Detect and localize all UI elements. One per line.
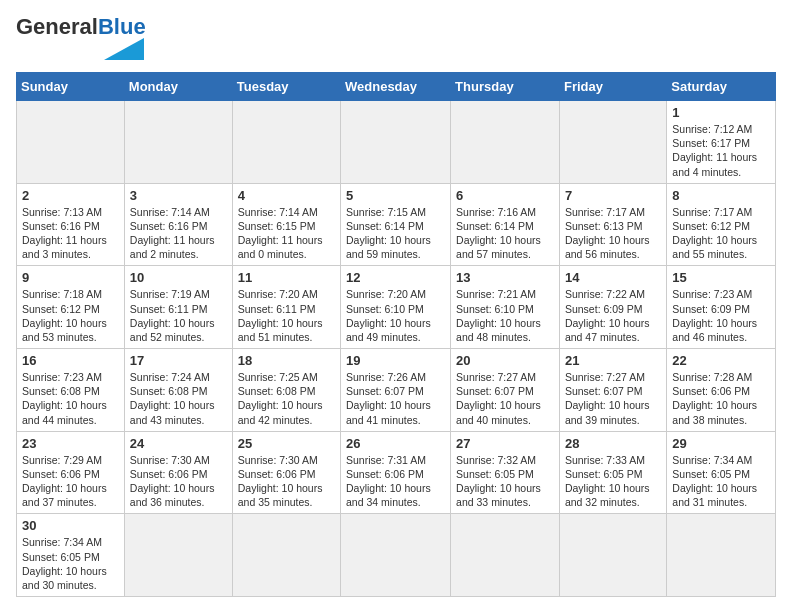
day-number: 16 [22,353,119,368]
day-info: Sunrise: 7:14 AM Sunset: 6:15 PM Dayligh… [238,205,335,262]
day-info: Sunrise: 7:30 AM Sunset: 6:06 PM Dayligh… [238,453,335,510]
day-info: Sunrise: 7:17 AM Sunset: 6:12 PM Dayligh… [672,205,770,262]
day-cell: 12Sunrise: 7:20 AM Sunset: 6:10 PM Dayli… [341,266,451,349]
day-cell: 5Sunrise: 7:15 AM Sunset: 6:14 PM Daylig… [341,183,451,266]
day-number: 27 [456,436,554,451]
day-info: Sunrise: 7:21 AM Sunset: 6:10 PM Dayligh… [456,287,554,344]
day-info: Sunrise: 7:33 AM Sunset: 6:05 PM Dayligh… [565,453,661,510]
day-cell [559,101,666,184]
day-cell: 21Sunrise: 7:27 AM Sunset: 6:07 PM Dayli… [559,349,666,432]
day-info: Sunrise: 7:24 AM Sunset: 6:08 PM Dayligh… [130,370,227,427]
day-cell [451,514,560,597]
day-info: Sunrise: 7:15 AM Sunset: 6:14 PM Dayligh… [346,205,445,262]
day-cell: 30Sunrise: 7:34 AM Sunset: 6:05 PM Dayli… [17,514,125,597]
day-cell [451,101,560,184]
day-cell: 19Sunrise: 7:26 AM Sunset: 6:07 PM Dayli… [341,349,451,432]
week-row-1: 1Sunrise: 7:12 AM Sunset: 6:17 PM Daylig… [17,101,776,184]
day-cell: 14Sunrise: 7:22 AM Sunset: 6:09 PM Dayli… [559,266,666,349]
day-number: 2 [22,188,119,203]
day-cell: 27Sunrise: 7:32 AM Sunset: 6:05 PM Dayli… [451,431,560,514]
day-cell: 20Sunrise: 7:27 AM Sunset: 6:07 PM Dayli… [451,349,560,432]
day-number: 22 [672,353,770,368]
logo: General Blue [16,16,146,60]
week-row-5: 23Sunrise: 7:29 AM Sunset: 6:06 PM Dayli… [17,431,776,514]
day-info: Sunrise: 7:20 AM Sunset: 6:10 PM Dayligh… [346,287,445,344]
weekday-header-thursday: Thursday [451,73,560,101]
day-number: 15 [672,270,770,285]
day-cell: 10Sunrise: 7:19 AM Sunset: 6:11 PM Dayli… [124,266,232,349]
day-number: 26 [346,436,445,451]
day-cell: 13Sunrise: 7:21 AM Sunset: 6:10 PM Dayli… [451,266,560,349]
day-cell: 15Sunrise: 7:23 AM Sunset: 6:09 PM Dayli… [667,266,776,349]
day-info: Sunrise: 7:34 AM Sunset: 6:05 PM Dayligh… [672,453,770,510]
day-number: 6 [456,188,554,203]
weekday-header-row: SundayMondayTuesdayWednesdayThursdayFrid… [17,73,776,101]
day-cell: 9Sunrise: 7:18 AM Sunset: 6:12 PM Daylig… [17,266,125,349]
day-info: Sunrise: 7:16 AM Sunset: 6:14 PM Dayligh… [456,205,554,262]
logo-triangle-icon [104,38,144,60]
day-cell: 11Sunrise: 7:20 AM Sunset: 6:11 PM Dayli… [232,266,340,349]
day-cell: 28Sunrise: 7:33 AM Sunset: 6:05 PM Dayli… [559,431,666,514]
day-cell [232,101,340,184]
day-cell: 23Sunrise: 7:29 AM Sunset: 6:06 PM Dayli… [17,431,125,514]
header: General Blue [16,16,776,60]
day-info: Sunrise: 7:28 AM Sunset: 6:06 PM Dayligh… [672,370,770,427]
day-number: 23 [22,436,119,451]
day-number: 13 [456,270,554,285]
day-cell: 2Sunrise: 7:13 AM Sunset: 6:16 PM Daylig… [17,183,125,266]
day-info: Sunrise: 7:13 AM Sunset: 6:16 PM Dayligh… [22,205,119,262]
day-number: 7 [565,188,661,203]
weekday-header-sunday: Sunday [17,73,125,101]
day-cell: 17Sunrise: 7:24 AM Sunset: 6:08 PM Dayli… [124,349,232,432]
day-info: Sunrise: 7:34 AM Sunset: 6:05 PM Dayligh… [22,535,119,592]
day-number: 11 [238,270,335,285]
day-number: 10 [130,270,227,285]
day-number: 9 [22,270,119,285]
day-info: Sunrise: 7:30 AM Sunset: 6:06 PM Dayligh… [130,453,227,510]
day-info: Sunrise: 7:27 AM Sunset: 6:07 PM Dayligh… [456,370,554,427]
day-cell: 8Sunrise: 7:17 AM Sunset: 6:12 PM Daylig… [667,183,776,266]
day-number: 25 [238,436,335,451]
day-cell: 4Sunrise: 7:14 AM Sunset: 6:15 PM Daylig… [232,183,340,266]
day-info: Sunrise: 7:19 AM Sunset: 6:11 PM Dayligh… [130,287,227,344]
svg-marker-0 [104,38,144,60]
week-row-4: 16Sunrise: 7:23 AM Sunset: 6:08 PM Dayli… [17,349,776,432]
week-row-2: 2Sunrise: 7:13 AM Sunset: 6:16 PM Daylig… [17,183,776,266]
day-number: 18 [238,353,335,368]
weekday-header-monday: Monday [124,73,232,101]
day-cell [17,101,125,184]
day-number: 29 [672,436,770,451]
day-cell: 18Sunrise: 7:25 AM Sunset: 6:08 PM Dayli… [232,349,340,432]
day-cell [124,101,232,184]
day-info: Sunrise: 7:14 AM Sunset: 6:16 PM Dayligh… [130,205,227,262]
day-cell: 26Sunrise: 7:31 AM Sunset: 6:06 PM Dayli… [341,431,451,514]
day-cell [124,514,232,597]
week-row-6: 30Sunrise: 7:34 AM Sunset: 6:05 PM Dayli… [17,514,776,597]
day-cell [341,101,451,184]
day-info: Sunrise: 7:31 AM Sunset: 6:06 PM Dayligh… [346,453,445,510]
day-cell [232,514,340,597]
day-number: 19 [346,353,445,368]
day-info: Sunrise: 7:23 AM Sunset: 6:09 PM Dayligh… [672,287,770,344]
day-number: 12 [346,270,445,285]
day-info: Sunrise: 7:25 AM Sunset: 6:08 PM Dayligh… [238,370,335,427]
weekday-header-wednesday: Wednesday [341,73,451,101]
weekday-header-friday: Friday [559,73,666,101]
day-cell: 24Sunrise: 7:30 AM Sunset: 6:06 PM Dayli… [124,431,232,514]
day-cell [341,514,451,597]
day-number: 30 [22,518,119,533]
day-cell: 1Sunrise: 7:12 AM Sunset: 6:17 PM Daylig… [667,101,776,184]
day-number: 1 [672,105,770,120]
day-cell: 3Sunrise: 7:14 AM Sunset: 6:16 PM Daylig… [124,183,232,266]
day-cell: 6Sunrise: 7:16 AM Sunset: 6:14 PM Daylig… [451,183,560,266]
day-number: 5 [346,188,445,203]
day-number: 20 [456,353,554,368]
day-cell [559,514,666,597]
day-info: Sunrise: 7:26 AM Sunset: 6:07 PM Dayligh… [346,370,445,427]
day-info: Sunrise: 7:32 AM Sunset: 6:05 PM Dayligh… [456,453,554,510]
week-row-3: 9Sunrise: 7:18 AM Sunset: 6:12 PM Daylig… [17,266,776,349]
day-info: Sunrise: 7:12 AM Sunset: 6:17 PM Dayligh… [672,122,770,179]
day-info: Sunrise: 7:22 AM Sunset: 6:09 PM Dayligh… [565,287,661,344]
calendar-table: SundayMondayTuesdayWednesdayThursdayFrid… [16,72,776,597]
day-number: 21 [565,353,661,368]
